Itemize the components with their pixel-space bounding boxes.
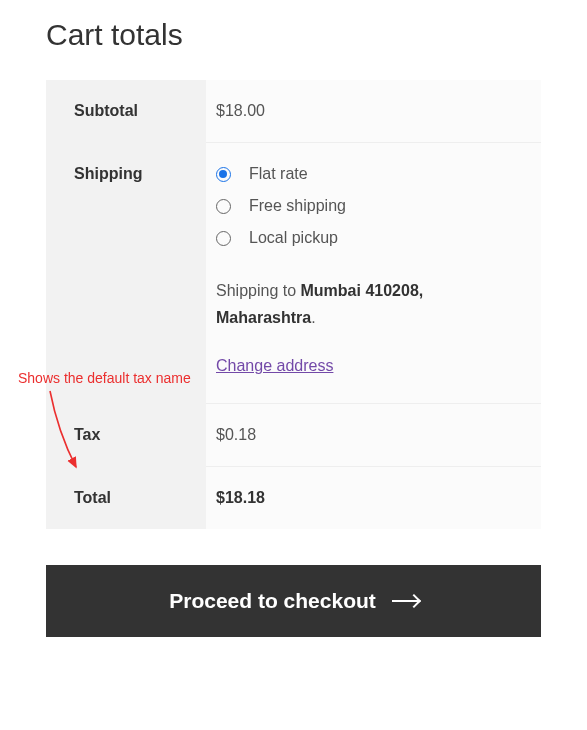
subtotal-value: $18.00 [206,80,541,143]
shipping-option-flat-rate: Flat rate [216,165,523,183]
shipping-destination: Shipping to Mumbai 410208, Maharashtra. [216,277,523,331]
shipping-option-local-pickup: Local pickup [216,229,523,247]
page-title: Cart totals [46,18,541,52]
row-shipping: Shipping Flat rate Free shipping Local p… [46,143,541,404]
proceed-to-checkout-button[interactable]: Proceed to checkout [46,565,541,637]
total-label: Total [46,467,206,530]
tax-value: $0.18 [206,404,541,467]
shipping-label: Shipping [46,143,206,404]
shipping-option-label[interactable]: Free shipping [249,197,346,215]
checkout-button-label: Proceed to checkout [169,589,376,613]
shipping-option-label[interactable]: Flat rate [249,165,308,183]
shipping-options: Flat rate Free shipping Local pickup [216,165,523,247]
shipping-option-free-shipping: Free shipping [216,197,523,215]
shipping-radio-flat-rate[interactable] [216,167,231,182]
shipping-radio-local-pickup[interactable] [216,231,231,246]
annotation-text: Shows the default tax name [18,370,191,386]
cart-totals-table: Subtotal $18.00 Shipping Flat rate Free … [46,80,541,529]
shipping-radio-free-shipping[interactable] [216,199,231,214]
shipping-option-label[interactable]: Local pickup [249,229,338,247]
tax-label: Tax [46,404,206,467]
arrow-right-icon [392,600,418,602]
total-value: $18.18 [206,467,541,530]
row-tax: Tax $0.18 [46,404,541,467]
row-subtotal: Subtotal $18.00 [46,80,541,143]
row-total: Total $18.18 [46,467,541,530]
change-address-link[interactable]: Change address [216,357,333,375]
subtotal-label: Subtotal [46,80,206,143]
